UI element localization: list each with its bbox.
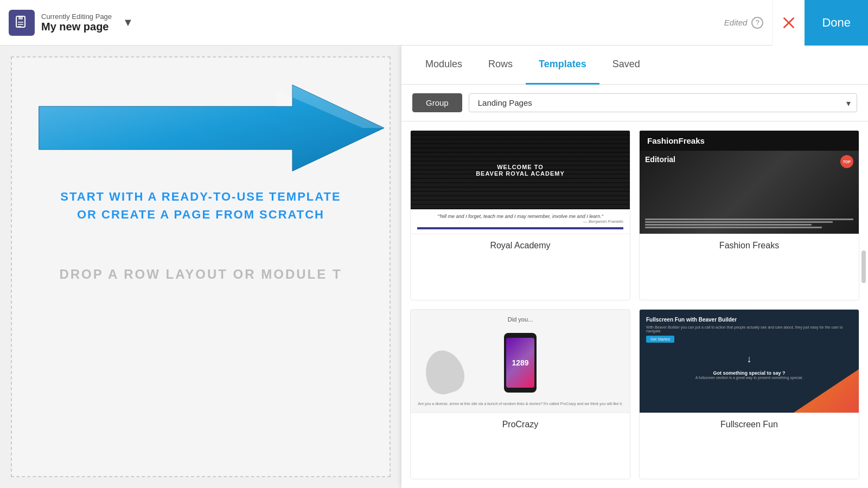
procrazy-number: 1289 xyxy=(512,358,528,367)
page-name-display: My new page xyxy=(41,21,112,33)
done-button[interactable]: Done xyxy=(805,0,868,46)
template-thumb-procrazy: Did you... 1289 Are yo xyxy=(411,310,630,413)
procrazy-didyou: Did you... xyxy=(508,316,533,323)
close-button[interactable] xyxy=(772,0,805,46)
topbar: Currently Editing Page My new page ▼ Edi… xyxy=(0,0,868,46)
filter-group-button[interactable]: Group xyxy=(412,93,462,112)
currently-editing-label: Currently Editing Page xyxy=(41,12,112,21)
fashion-editorial: Editorial xyxy=(645,155,675,164)
template-card-procrazy[interactable]: Did you... 1289 Are yo xyxy=(410,309,630,479)
arrow-container xyxy=(12,74,390,182)
big-arrow xyxy=(12,74,390,182)
tab-modules[interactable]: Modules xyxy=(412,46,475,85)
svg-rect-1 xyxy=(18,16,23,20)
template-card-fullscreen-fun[interactable]: Fullscreen Fun with Beaver Builder With … xyxy=(639,309,859,479)
template-name-procrazy: ProCrazy xyxy=(411,413,630,436)
template-thumb-fashion-freaks: FashionFreaks Editorial xyxy=(640,131,859,234)
fashion-badge: TOP xyxy=(840,155,853,168)
template-thumb-royal-academy: WELCOME TOBEAVER ROYAL ACADEMY "Tell me … xyxy=(411,131,630,234)
tab-templates[interactable]: Templates xyxy=(526,46,599,85)
fullscreen-arrow-down: ↓ xyxy=(640,354,859,365)
canvas-area: START WITH A READY-TO-USE TEMPLATE OR CR… xyxy=(11,56,391,477)
royal-author: — Benjamin Franklin xyxy=(417,219,623,224)
template-name-fullscreen-fun: Fullscreen Fun xyxy=(640,413,859,436)
landing-pages-select[interactable]: Landing Pages Content Pages Home Pages xyxy=(469,93,857,112)
topbar-right: Edited ? Done xyxy=(724,0,868,45)
edited-label: Edited xyxy=(724,18,748,27)
template-card-royal-academy[interactable]: WELCOME TOBEAVER ROYAL ACADEMY "Tell me … xyxy=(410,130,630,300)
tab-saved[interactable]: Saved xyxy=(599,46,653,85)
fullscreen-title: Fullscreen Fun with Beaver Builder xyxy=(646,316,852,323)
fashion-brand: FashionFreaks xyxy=(647,136,851,145)
panel-scrollbar xyxy=(861,251,866,283)
royal-top: WELCOME TOBEAVER ROYAL ACADEMY xyxy=(411,131,630,209)
royal-bottom: "Tell me and I forget, teach me and I ma… xyxy=(411,209,630,234)
filter-bar: Group Landing Pages Content Pages Home P… xyxy=(401,85,868,121)
fullscreen-cta: Get Started xyxy=(646,336,674,343)
page-dropdown-arrow[interactable]: ▼ xyxy=(123,16,133,29)
template-name-fashion-freaks: Fashion Freaks xyxy=(640,234,859,257)
fullscreen-got: Got something special to say ? xyxy=(640,370,859,376)
template-card-fashion-freaks[interactable]: FashionFreaks Editorial xyxy=(639,130,859,300)
fullscreen-desc: With Beaver Builder you can put a call t… xyxy=(646,325,852,333)
templates-grid: WELCOME TOBEAVER ROYAL ACADEMY "Tell me … xyxy=(401,121,868,488)
template-thumb-fullscreen-fun: Fullscreen Fun with Beaver Builder With … xyxy=(640,310,859,413)
side-panel: Modules Rows Templates Saved Group Landi… xyxy=(401,46,868,488)
main-content: START WITH A READY-TO-USE TEMPLATE OR CR… xyxy=(0,46,868,488)
topbar-left: Currently Editing Page My new page ▼ xyxy=(9,10,133,36)
template-name-royal-academy: Royal Academy xyxy=(411,234,630,257)
drop-text: DROP A ROW LAYOUT OR MODULE T xyxy=(59,267,342,282)
help-icon[interactable]: ? xyxy=(751,17,763,29)
topbar-text: Currently Editing Page My new page xyxy=(41,12,112,33)
procrazy-desc: Are you a diverse, arrive at this site v… xyxy=(418,401,623,406)
procrazy-phone: 1289 xyxy=(504,333,537,393)
royal-welcome-text: WELCOME TOBEAVER ROYAL ACADEMY xyxy=(471,159,569,181)
panel-tabs: Modules Rows Templates Saved xyxy=(401,46,868,85)
filter-select-wrap: Landing Pages Content Pages Home Pages xyxy=(469,93,857,112)
fullscreen-header: Fullscreen Fun with Beaver Builder With … xyxy=(640,310,859,349)
royal-quote: "Tell me and I forget, teach me and I ma… xyxy=(417,214,623,219)
tab-rows[interactable]: Rows xyxy=(475,46,526,85)
start-text: START WITH A READY-TO-USE TEMPLATE OR CR… xyxy=(60,188,341,223)
page-icon xyxy=(9,10,35,36)
